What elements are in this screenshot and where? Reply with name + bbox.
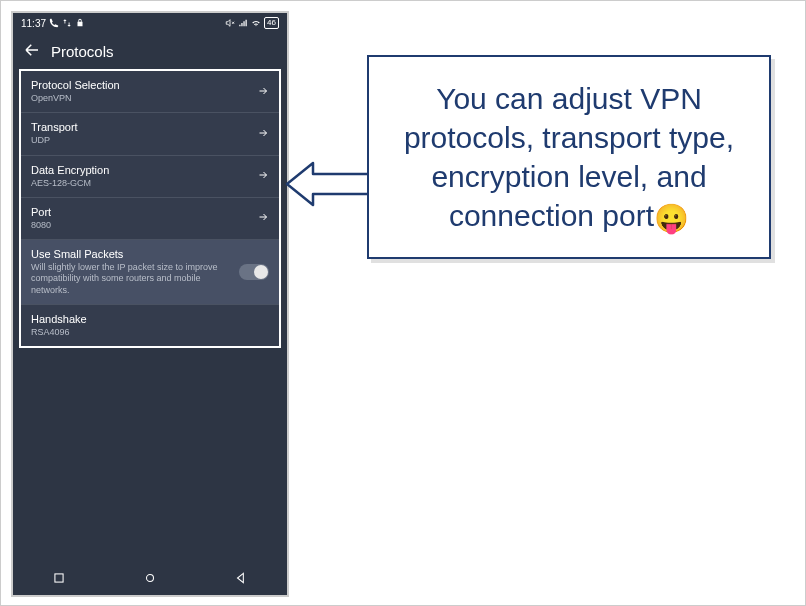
row-protocol-selection[interactable]: Protocol Selection OpenVPN (21, 71, 279, 113)
row-value: RSA4096 (31, 327, 261, 338)
svg-rect-0 (55, 574, 63, 582)
chevron-right-icon (257, 127, 269, 141)
row-main: Data Encryption AES-128-GCM (31, 164, 257, 189)
android-nav-bar (13, 563, 287, 595)
row-value: UDP (31, 135, 249, 146)
row-use-small-packets[interactable]: Use Small Packets Will slightly lower th… (21, 240, 279, 305)
arrows-icon (62, 18, 72, 28)
chevron-right-icon (257, 169, 269, 183)
row-label: Use Small Packets (31, 248, 231, 260)
row-main: Use Small Packets Will slightly lower th… (31, 248, 239, 296)
chevron-right-icon (257, 85, 269, 99)
battery-level: 46 (267, 18, 276, 28)
nav-back-icon[interactable] (234, 571, 248, 587)
chevron-right-icon (257, 211, 269, 225)
status-bar: 11:37 46 (13, 13, 287, 33)
settings-list: Protocol Selection OpenVPN Transport UDP… (19, 69, 281, 348)
row-label: Transport (31, 121, 249, 133)
svg-point-1 (146, 575, 153, 582)
mute-icon (225, 18, 235, 28)
row-desc: Will slightly lower the IP packet size t… (31, 262, 231, 296)
row-handshake[interactable]: Handshake RSA4096 (21, 305, 279, 346)
callout-arrow-icon (285, 159, 371, 209)
phone-frame: 11:37 46 Protocols Protocol Selection Op… (11, 11, 289, 597)
row-transport[interactable]: Transport UDP (21, 113, 279, 155)
phone-icon (49, 18, 59, 28)
wifi-icon (251, 18, 261, 28)
row-value: 8080 (31, 220, 249, 231)
row-value: AES-128-GCM (31, 178, 249, 189)
row-main: Transport UDP (31, 121, 257, 146)
lock-icon (75, 18, 85, 28)
app-bar: Protocols (13, 33, 287, 69)
row-data-encryption[interactable]: Data Encryption AES-128-GCM (21, 156, 279, 198)
row-label: Handshake (31, 313, 261, 325)
row-label: Port (31, 206, 249, 218)
signal-icon (238, 18, 248, 28)
status-time: 11:37 (21, 18, 46, 29)
emoji-icon: 😛 (654, 203, 689, 234)
back-button[interactable] (23, 41, 41, 61)
annotation-callout: You can adjust VPN protocols, transport … (367, 55, 771, 259)
status-left: 11:37 (21, 18, 85, 29)
nav-recent-icon[interactable] (52, 571, 66, 587)
toggle-small-packets[interactable] (239, 264, 269, 280)
row-label: Data Encryption (31, 164, 249, 176)
page-title: Protocols (51, 43, 114, 60)
row-main: Protocol Selection OpenVPN (31, 79, 257, 104)
row-label: Protocol Selection (31, 79, 249, 91)
row-value: OpenVPN (31, 93, 249, 104)
battery-indicator: 46 (264, 17, 279, 29)
row-main: Port 8080 (31, 206, 257, 231)
status-right: 46 (225, 17, 279, 29)
row-port[interactable]: Port 8080 (21, 198, 279, 240)
nav-home-icon[interactable] (143, 571, 157, 587)
row-main: Handshake RSA4096 (31, 313, 269, 338)
